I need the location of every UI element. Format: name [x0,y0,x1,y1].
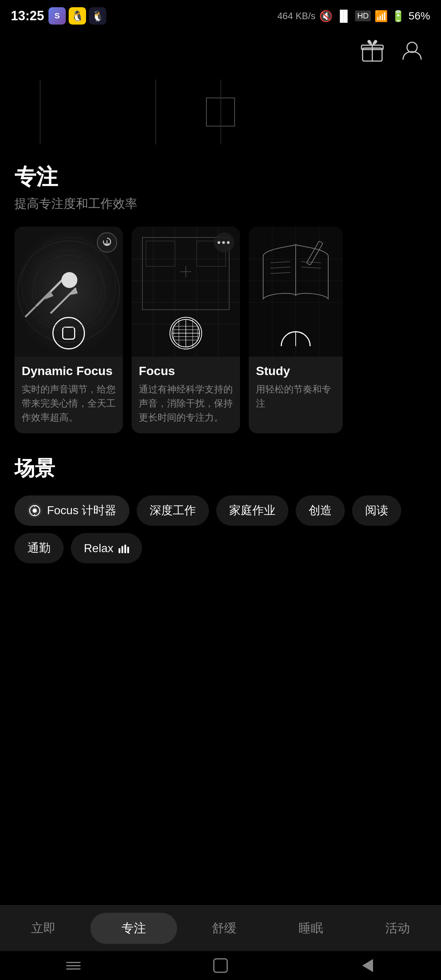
section-subtitle: 提高专注度和工作效率 [0,196,441,227]
scene-tag-commute[interactable]: 通勤 [14,533,64,563]
decorative-line-3 [221,80,221,145]
more-button[interactable]: ••• [214,232,234,253]
study-icon [279,330,312,350]
gift-button[interactable] [358,36,387,65]
bottom-nav: 立即 专注 舒缓 睡眠 活动 [0,905,441,951]
svg-point-5 [34,250,103,319]
scene-tag-homework[interactable]: 家庭作业 [216,495,288,526]
scene-tag-deep-work[interactable]: 深度工作 [137,495,209,526]
profile-button[interactable] [398,36,427,65]
deep-work-label: 深度工作 [150,503,196,519]
mute-icon: 🔇 [319,10,333,22]
menu-line-1 [66,962,81,963]
wifi-icon: 📶 [374,10,388,22]
focus-card-content: Focus 通过有神经科学支持的声音，消除干扰，保持更长时间的专注力。 [132,357,240,433]
study-title: Study [256,364,336,378]
focus-desc: 通过有神经科学支持的声音，消除干扰，保持更长时间的专注力。 [139,382,233,425]
study-card-content: Study 用轻松的节奏和专注 [249,357,343,419]
svg-rect-47 [307,241,323,265]
scene-tag-create[interactable]: 创造 [296,495,345,526]
more-icon: ••• [217,237,231,248]
home-icon [213,958,228,973]
relax-label: Relax [84,542,113,555]
battery-icon: 🔋 [392,10,405,22]
section-title: 专注 [0,152,441,196]
tab-focus[interactable]: 专注 [91,913,177,944]
notification-icons: S 🐧 🐧 [48,7,106,25]
decorative-line-1 [40,80,40,145]
commute-label: 通勤 [27,540,51,556]
study-card-image [249,227,343,357]
tab-sleep-label: 睡眠 [299,920,323,937]
svg-point-6 [47,263,91,306]
cards-row: Dynamic Focus 实时的声音调节，给您带来完美心情，全天工作效率超高。 [0,227,441,433]
tab-activity[interactable]: 活动 [354,913,441,944]
dynamic-focus-desc: 实时的声音调节，给您带来完美心情，全天工作效率超高。 [22,382,116,425]
dynamic-focus-title: Dynamic Focus [22,364,116,378]
battery-level: 56% [409,10,430,22]
scene-tag-read[interactable]: 阅读 [352,495,401,526]
signal-bars: ▐▌ [336,10,352,22]
decorative-line-2 [155,80,156,145]
tab-activity-label: 活动 [385,920,410,937]
svg-marker-10 [45,292,54,299]
dynamic-focus-card-image [14,227,123,357]
back-icon [362,959,373,972]
svg-line-11 [51,288,76,313]
focus-timer-icon [27,503,42,518]
create-label: 创造 [309,503,332,519]
bars-icon [119,543,129,553]
status-left: 13:25 S 🐧 🐧 [11,7,106,25]
svg-line-43 [271,267,290,268]
svg-point-4 [22,237,116,331]
system-back-button[interactable] [353,958,382,973]
top-nav [0,29,441,72]
status-right: 464 KB/s 🔇 ▐▌ HD 📶 🔋 56% [277,10,430,22]
study-card[interactable]: Study 用轻松的节奏和专注 [249,227,343,433]
svg-rect-24 [146,241,175,266]
tab-immediate[interactable]: 立即 [0,913,87,944]
menu-icon [66,962,81,969]
scene-title: 场景 [14,455,427,482]
svg-line-44 [271,272,290,274]
download-button[interactable] [97,232,117,253]
system-nav-bar [0,951,441,980]
record-icon [53,317,85,350]
tab-focus-label: 专注 [121,920,146,937]
globe-svg [170,317,201,350]
status-bar: 13:25 S 🐧 🐧 464 KB/s 🔇 ▐▌ HD 📶 🔋 56% [0,0,441,29]
scene-tag-relax[interactable]: Relax [71,533,142,563]
scene-tag-focus-timer[interactable]: Focus 计时器 [14,495,129,526]
globe-icon [170,317,202,350]
menu-line-3 [66,969,81,969]
scene-tags: Focus 计时器 深度工作 家庭作业 创造 阅读 通勤 Relax [14,495,427,563]
record-inner [62,327,75,340]
dynamic-focus-card[interactable]: Dynamic Focus 实时的声音调节，给您带来完美心情，全天工作效率超高。 [14,227,123,433]
tab-relax-label: 舒缓 [212,920,236,937]
svg-point-50 [33,508,37,513]
system-menu-button[interactable] [59,958,88,973]
top-visual-area [0,72,441,152]
study-desc: 用轻松的节奏和专注 [256,382,336,410]
hd-badge: HD [355,11,371,21]
focus-timer-label: Focus 计时器 [47,503,116,519]
penguin-app-icon: 🐧 [89,7,106,25]
tab-relax[interactable]: 舒缓 [181,913,267,944]
soul-app-icon: S [48,7,66,25]
qq-app-icon: 🐧 [68,7,86,25]
menu-line-2 [66,965,81,966]
system-home-button[interactable] [206,958,235,973]
focus-card[interactable]: ••• Focus 通过有神经科学支持的声音，消除干扰，保持更长时间的专注力。 [132,227,240,433]
focus-card-image: ••• [132,227,240,357]
svg-line-7 [36,274,68,306]
tab-sleep[interactable]: 睡眠 [267,913,354,944]
scene-section: 场景 Focus 计时器 深度工作 家庭作业 [0,433,441,574]
network-speed: 464 KB/s [277,11,315,22]
svg-marker-8 [62,274,78,283]
svg-point-13 [62,272,77,288]
read-label: 阅读 [365,503,388,519]
dynamic-focus-card-content: Dynamic Focus 实时的声音调节，给您带来完美心情，全天工作效率超高。 [14,357,123,433]
svg-line-9 [25,292,51,317]
homework-label: 家庭作业 [229,503,275,519]
svg-point-3 [407,42,417,52]
